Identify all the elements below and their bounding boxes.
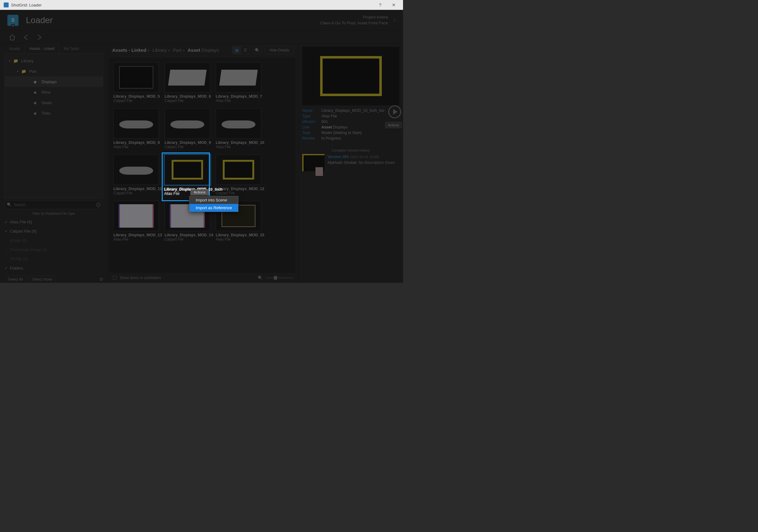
tab-my-tasks[interactable]: My Tasks: [59, 44, 84, 53]
back-icon[interactable]: [21, 32, 31, 42]
asset-title: Library_Displays_MOD_11: [113, 187, 162, 191]
filter-row[interactable]: ✓Alias File (6): [4, 217, 103, 226]
close-button[interactable]: ✕: [387, 0, 400, 10]
window-title: ShotGrid: Loader: [11, 3, 42, 7]
forward-icon[interactable]: [35, 32, 44, 42]
disclosure-icon[interactable]: ▾: [17, 70, 21, 73]
check-icon: ✓: [4, 238, 10, 243]
asset-subtitle: Catpart File: [164, 145, 213, 149]
filter-row[interactable]: ✓Catpart File (6): [4, 226, 103, 236]
asset-title: Library_Displays_MOD_10: [216, 141, 264, 145]
tree-row-displays[interactable]: ◆ Displays: [5, 76, 103, 87]
asset-card[interactable]: Library_Displays_MOD_13Alias File: [113, 201, 162, 242]
tree-row-rims[interactable]: ◆ Rims: [5, 87, 103, 97]
check-icon: ✓: [4, 229, 10, 234]
filter-row[interactable]: ✓Image (0): [4, 236, 103, 245]
tab-assets-linked[interactable]: Assets - Linked: [25, 44, 59, 53]
asset-subtitle: Alias File: [216, 145, 264, 149]
folder-icon: 📁: [13, 58, 19, 63]
tree-row-seats[interactable]: ◆ Seats: [5, 97, 103, 108]
tree-search: 🔍 ✕: [4, 201, 103, 209]
filter-list: ✓Alias File (6) ✓Catpart File (6) ✓Image…: [0, 217, 108, 273]
asset-subtitle: Alias File: [113, 145, 162, 149]
search-button[interactable]: 🔍: [253, 46, 261, 54]
clear-search-icon[interactable]: ✕: [96, 202, 101, 208]
home-icon[interactable]: [7, 32, 17, 42]
version-history-item[interactable]: Version 001 (2021-05-31 10:09) Mykhailo …: [302, 154, 399, 171]
asset-thumbnail: [164, 155, 210, 185]
thumbnail-size-slider[interactable]: [266, 277, 293, 279]
asset-card[interactable]: Library_Displays_MOD_6Catpart File: [164, 62, 213, 103]
center-panel: Assets - Linked▸ Library▸ Part▸ Asset Di…: [108, 44, 298, 283]
asset-thumbnail: [113, 155, 159, 185]
asset-thumbnail: [216, 109, 261, 139]
actions-menu[interactable]: Import into Scene Import as Reference: [189, 196, 238, 212]
asset-grid[interactable]: Library_Displays_MOD_5Catpart FileLibrar…: [109, 58, 295, 272]
tree-row-part[interactable]: ▾ 📁 Part: [5, 66, 103, 76]
asset-thumbnail: [113, 62, 159, 92]
subfolders-checkbox[interactable]: [113, 276, 117, 280]
node-icon: ◆: [34, 111, 39, 115]
detail-fields: Name Library_Displays_MOD_10_Inch_mo Typ…: [302, 109, 399, 141]
asset-card[interactable]: Library_Displays_MOD_9Catpart File: [164, 109, 213, 149]
context-breadcrumb[interactable]: Project Aviera Class-A Go To Prod, Asset…: [320, 15, 388, 25]
left-panel: Assets Assets - Linked My Tasks ▾ 📁 Libr…: [0, 44, 108, 283]
asset-thumbnail: [216, 62, 261, 92]
context-path: Class-A Go To Prod, Asset Front Face: [320, 20, 388, 26]
gear-icon[interactable]: ⚙: [99, 277, 103, 282]
tree-row-library[interactable]: ▾ 📁 Library: [5, 55, 103, 66]
play-icon[interactable]: [388, 105, 401, 118]
node-icon: ◆: [34, 90, 39, 94]
detail-panel: Actions Name Library_Displays_MOD_10_Inc…: [298, 44, 403, 283]
asset-title: Library_Displays_MOD_6: [164, 94, 213, 99]
asset-card[interactable]: Library_Displays_MOD_7Alias File: [216, 62, 264, 103]
avatar: [315, 167, 323, 176]
filter-row[interactable]: ✓Photoshop Image (0): [4, 245, 103, 254]
help-button[interactable]: ?: [373, 0, 387, 10]
search-input[interactable]: [4, 201, 103, 209]
asset-title: Library_Displays_MOD_5: [113, 94, 162, 99]
tree-row-tires[interactable]: ◆ Tires: [5, 108, 103, 118]
asset-card[interactable]: Library_Displays_MOD_8Alias File: [113, 109, 162, 149]
filter-row[interactable]: ✓Folders: [4, 263, 103, 273]
disclosure-icon[interactable]: ▾: [9, 59, 13, 62]
project-name: Project Aviera: [320, 15, 388, 20]
breadcrumb[interactable]: Assets - Linked▸ Library▸ Part▸ Asset Di…: [112, 48, 219, 53]
field-key: Link: [302, 125, 321, 129]
entity-tree[interactable]: ▾ 📁 Library ▾ 📁 Part ◆ Displays ◆ Rims ◆…: [4, 53, 103, 198]
menu-item-import-scene[interactable]: Import into Scene: [190, 196, 238, 204]
hide-details-button[interactable]: Hide Details: [265, 46, 294, 54]
asset-title: Library_Displays_MOD_14: [164, 233, 213, 237]
asset-card[interactable]: Library_Displays_MOD_11Catpart File: [113, 155, 162, 195]
detail-actions-button[interactable]: Actions: [385, 122, 402, 128]
card-actions-button[interactable]: Actions: [190, 189, 209, 195]
chevron-right-icon[interactable]: ›: [394, 16, 396, 24]
asset-card[interactable]: Library_Displays_MOD_10Alias File: [216, 109, 264, 149]
entity-tabs: Assets Assets - Linked My Tasks: [0, 44, 108, 53]
detail-preview[interactable]: [302, 47, 399, 105]
select-all-button[interactable]: Select All: [4, 276, 26, 283]
asset-card[interactable]: Library_Displays_MOD_5Catpart File: [113, 62, 162, 103]
view-toggle[interactable]: ▦ ☰: [232, 46, 250, 54]
grid-view-icon[interactable]: ▦: [232, 47, 241, 54]
field-key: Type: [302, 114, 321, 118]
asset-thumbnail: [113, 109, 159, 139]
asset-subtitle: Catpart File: [216, 191, 264, 195]
field-key: Name: [302, 109, 321, 113]
asset-title: Library_Displays_MOD_9: [164, 141, 213, 145]
filter-row[interactable]: ✓Tif File (0): [4, 254, 103, 263]
asset-title: Library_Displays_MOD_8: [113, 141, 162, 145]
menu-item-import-reference[interactable]: Import as Reference: [190, 204, 238, 212]
asset-thumbnail: [164, 109, 210, 139]
asset-subtitle: Catpart File: [164, 99, 213, 103]
shotgrid-logo-icon: S: [7, 15, 18, 26]
select-none-button[interactable]: Select None: [29, 276, 55, 283]
check-icon: ✓: [4, 266, 10, 271]
node-icon: ◆: [34, 100, 39, 105]
asset-subtitle: Alias File: [216, 237, 264, 242]
field-key: Version: [302, 119, 321, 124]
asset-card[interactable]: Library_Displays_MOD_12Catpart File: [216, 155, 264, 195]
tab-assets[interactable]: Assets: [4, 44, 25, 53]
check-icon: ✓: [4, 248, 10, 252]
list-view-icon[interactable]: ☰: [241, 47, 250, 54]
